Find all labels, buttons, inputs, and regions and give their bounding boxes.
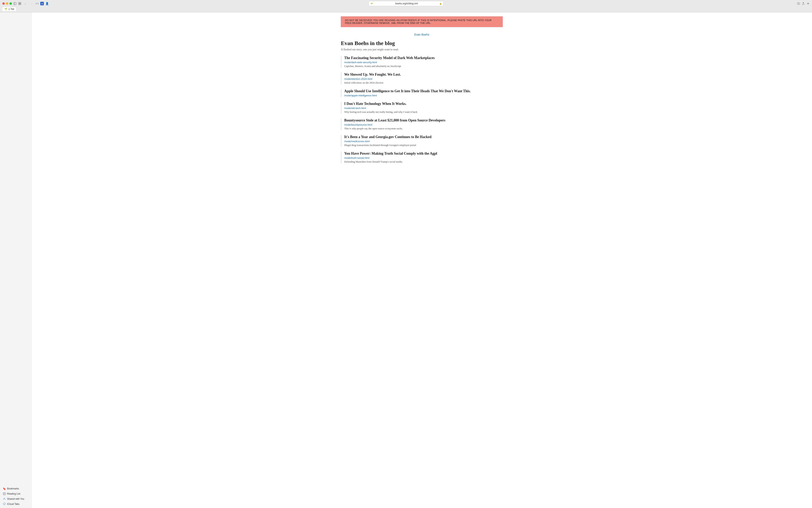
articles-list: The Fascinating Security Model of Dark W… [341, 56, 503, 163]
sidebar-shared-label: Shared with You [7, 498, 24, 500]
new-tab-icon[interactable] [807, 2, 810, 5]
article-item: The Fascinating Security Model of Dark W… [341, 56, 503, 68]
bookmarks-icon: 🔖 [3, 487, 6, 490]
sidebar-item-reading-list[interactable]: Reading List [1, 492, 30, 496]
article-link[interactable]: /node/truth-social.html [344, 157, 503, 159]
minimize-button[interactable] [6, 2, 8, 5]
article-title: I Don't Hate Technology When It Works. [344, 102, 503, 106]
tab-row: 🌱 1 Tab [0, 7, 812, 12]
article-desc: Illegal drug transactions facilitated th… [344, 143, 503, 147]
sidebar-item-bookmarks[interactable]: 🔖 Bookmarks [1, 486, 30, 491]
article-link[interactable]: /node/old-tech.html [344, 107, 503, 110]
sidebar-bookmarks-label: Bookmarks [7, 487, 19, 490]
article-title: The Fascinating Security Model of Dark W… [344, 56, 503, 60]
icloud-tabs-icon [3, 503, 6, 506]
svg-rect-0 [14, 2, 16, 5]
article-item: It's Been a Year and Georgia.gov Continu… [341, 135, 503, 147]
svg-rect-7 [799, 3, 800, 5]
article-item: Bountysource Stole at Least $21,000 from… [341, 118, 503, 130]
article-item: Apple Should Use Intelligence to Get It … [341, 89, 503, 97]
atom-warning-banner: DO NOT BE DECEIVED! YOU ARE READING AN A… [341, 16, 503, 27]
article-item: You Have Power: Making Truth Social Comp… [341, 152, 503, 163]
forward-button[interactable]: › [29, 1, 34, 6]
url-text: boehs.org/in/blog.xml [374, 2, 439, 5]
blog-title: Evan Boehs in the blog [341, 40, 503, 46]
svg-rect-4 [18, 4, 20, 5]
author-link[interactable]: Evan Boehs [341, 33, 503, 36]
tab-item[interactable]: 🌱 1 Tab [2, 7, 16, 11]
tab-overview-icon[interactable] [18, 2, 21, 5]
article-title: You Have Power: Making Truth Social Comp… [344, 152, 503, 156]
reading-list-icon [3, 492, 6, 495]
lock-icon: 🔒 [439, 3, 442, 5]
sidebar-reading-list-label: Reading List [7, 493, 20, 495]
main-layout: 🔖 Bookmarks Reading List [0, 12, 812, 508]
browser-content: DO NOT BE DECEIVED! YOU ARE READING AN A… [32, 12, 812, 508]
tab-favicon: 🌱 [4, 8, 7, 10]
sidebar-item-shared-with-you[interactable]: Shared with You [1, 497, 30, 501]
article-desc: This is why people say the open source e… [344, 127, 503, 130]
address-bar[interactable]: 🌱 boehs.org/in/blog.xml 🔒 [369, 1, 443, 6]
shared-with-you-icon [3, 497, 6, 501]
article-title: Apple Should Use Intelligence to Get It … [344, 89, 503, 93]
favicon-icon: 🌱 [370, 2, 373, 5]
page-wrapper: DO NOT BE DECEIVED! YOU ARE READING AN A… [333, 12, 511, 176]
ublock-icon[interactable]: u [40, 2, 44, 5]
sidebar: 🔖 Bookmarks Reading List [0, 12, 32, 508]
blog-subtitle: A fleshed out story, one you just might … [341, 48, 503, 51]
tab-label: 1 Tab [8, 8, 14, 10]
sidebar-toggle-icon[interactable] [13, 2, 16, 5]
sidebar-items: 🔖 Bookmarks Reading List [0, 486, 31, 506]
article-desc: Why boring tech was actually not really … [344, 111, 503, 114]
window-chrome: ‹ › u 👤 🌱 boehs.org/in/blog.xml 🔒 [0, 0, 812, 12]
svg-rect-6 [797, 3, 799, 5]
article-title: It's Been a Year and Georgia.gov Continu… [344, 135, 503, 139]
article-link[interactable]: /node/dark-web-security.html [344, 61, 503, 64]
code-icon[interactable] [36, 2, 39, 5]
svg-rect-5 [20, 4, 21, 5]
maximize-button[interactable] [9, 2, 12, 5]
title-bar: ‹ › u 👤 🌱 boehs.org/in/blog.xml 🔒 [0, 0, 812, 7]
warning-text: DO NOT BE DECEIVED! YOU ARE READING AN A… [345, 19, 491, 25]
back-button[interactable]: ‹ [23, 1, 28, 6]
article-title: Bountysource Stole at Least $21,000 from… [344, 118, 503, 122]
article-desc: Defending Mastodon from Donald Trump's s… [344, 160, 503, 163]
reader-view-icon[interactable] [797, 2, 800, 5]
article-link[interactable]: /node/election-2024.html [344, 77, 503, 80]
svg-rect-3 [20, 2, 21, 4]
profile-icon[interactable]: 👤 [45, 2, 49, 5]
article-item: We Showed Up. We Fought. We Lost./node/e… [341, 73, 503, 84]
article-desc: Captchas, Monero, Scams and absolutely n… [344, 65, 503, 68]
svg-rect-2 [18, 2, 20, 4]
sidebar-icloud-label: iCloud Tabs [7, 503, 19, 505]
close-button[interactable] [2, 2, 5, 5]
traffic-lights [2, 2, 12, 5]
article-link[interactable]: /node/apple-intelligence.html [344, 94, 503, 97]
article-link[interactable]: /node/medicicnes.html [344, 140, 503, 143]
sidebar-item-icloud-tabs[interactable]: iCloud Tabs [1, 502, 30, 506]
article-title: We Showed Up. We Fought. We Lost. [344, 73, 503, 77]
share-icon[interactable] [802, 2, 805, 5]
article-link[interactable]: /node/bountysource.html [344, 123, 503, 126]
article-item: I Don't Hate Technology When It Works./n… [341, 102, 503, 114]
article-desc: Initial reflections on the 2024 election [344, 81, 503, 84]
